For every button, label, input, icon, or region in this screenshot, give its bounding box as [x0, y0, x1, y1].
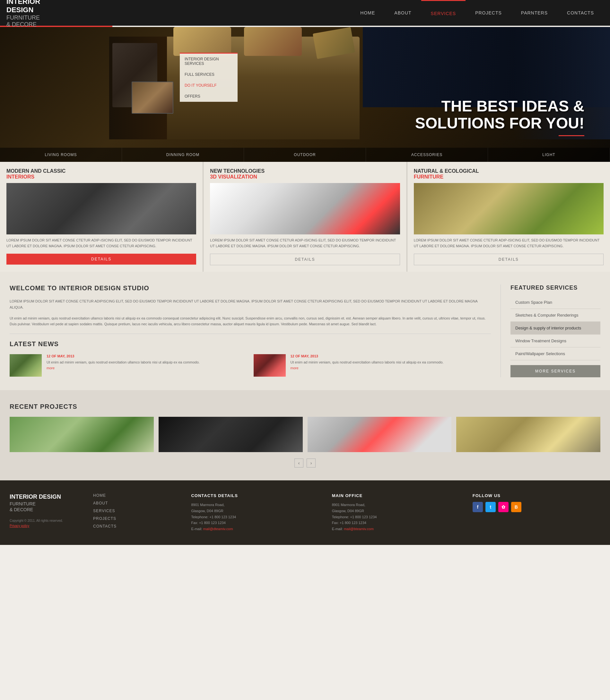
- news-item-2: 12 OF MAY, 2013 Ut enim ad minim veniam,…: [254, 354, 491, 377]
- footer-contacts-email: E-mail: mail@dteamiv.com: [191, 526, 319, 532]
- news-section: LATEST NEWS 12 OF MAY, 2013 Ut enim ad m…: [10, 340, 491, 377]
- projects-prev-btn[interactable]: ‹: [294, 459, 303, 467]
- footer-main-fax: Fax: +1 800 123 1234: [332, 520, 460, 526]
- social-twitter[interactable]: t: [485, 502, 496, 512]
- nav-contacts[interactable]: CONTACTS: [557, 0, 604, 26]
- feature-card-modern-title: MODERN AND CLASSIC INTERIORS: [6, 168, 196, 180]
- service-sketches[interactable]: Sketches & Computer Renderings: [511, 309, 600, 322]
- nav-home[interactable]: HOME: [351, 0, 385, 26]
- feature-card-natural-btn[interactable]: DETAILS: [414, 254, 604, 265]
- service-paint[interactable]: Paint/Wallpaper Selections: [511, 347, 600, 360]
- footer: INTERIOR DESIGN FURNITURE & DECORE Copyr…: [0, 480, 610, 545]
- dropdown-offers[interactable]: OFFERS: [180, 91, 238, 102]
- content-left: WELCOME TO INTERIOR DESIGN STUDIO LOREM …: [0, 285, 501, 377]
- feature-img-natural: [414, 183, 604, 234]
- footer-nav-services[interactable]: SERVICES: [93, 509, 178, 513]
- footer-main-tel: Telephone: +1 800 123 1234: [332, 514, 460, 520]
- social-flickr[interactable]: ✿: [498, 502, 509, 512]
- footer-follow-title: FOLLOW US: [472, 493, 600, 498]
- footer-nav-projects[interactable]: PROJECTS: [93, 516, 178, 521]
- welcome-title: WELCOME TO INTERIOR DESIGN STUDIO: [10, 285, 491, 292]
- feature-img-tech: [210, 183, 400, 234]
- category-accessories[interactable]: ACCESSORIES: [366, 148, 488, 162]
- news-more-2[interactable]: more: [291, 366, 299, 370]
- feature-card-tech-body: LOREM IPSUM DOLOR SIT AMET CONSE CTETUR …: [210, 238, 400, 249]
- category-dining[interactable]: DINNING ROOM: [122, 148, 244, 162]
- footer-nav-about[interactable]: ABOUT: [93, 501, 178, 505]
- social-blogger[interactable]: B: [511, 502, 521, 512]
- feature-card-tech: NEW TECHNOLOGIES 3D VISUALIZATION LOREM …: [204, 162, 407, 272]
- social-icons: f t ✿ B: [472, 502, 600, 512]
- news-more-1[interactable]: more: [47, 366, 54, 370]
- hero-underline: [559, 135, 584, 136]
- project-img-3[interactable]: [308, 417, 452, 452]
- service-window[interactable]: Window Treatment Designs: [511, 335, 600, 347]
- logo[interactable]: INTERIOR DESIGN FURNITURE & DECORE: [0, 0, 109, 26]
- project-img-1[interactable]: [10, 417, 154, 452]
- feature-card-modern: MODERN AND CLASSIC INTERIORS LOREM IPSUM…: [0, 162, 204, 272]
- nav-partners[interactable]: PARNTERS: [511, 0, 557, 26]
- dropdown-diy[interactable]: DO IT YOURSELF: [180, 80, 238, 91]
- feature-card-tech-title: NEW TECHNOLOGIES 3D VISUALIZATION: [210, 168, 400, 180]
- footer-main-city: Glasgow, D04 89GR: [332, 508, 460, 514]
- news-date-2: 12 OF MAY, 2013: [291, 354, 444, 358]
- project-img-4[interactable]: [456, 417, 600, 452]
- footer-main-addr: 8901 Marmora Road,: [332, 502, 460, 508]
- service-design-supply[interactable]: Design & supply of interior products: [511, 322, 600, 335]
- welcome-para2: Ut enim ad minim veniam, quis nostrud ex…: [10, 315, 491, 327]
- footer-logo-line2: DESIGN: [39, 494, 61, 500]
- hero-headline: THE BEST IDEAS & SOLUTIONS FOR YOU!: [415, 98, 584, 136]
- nav-about[interactable]: ABOUT: [385, 0, 421, 26]
- feature-card-tech-btn[interactable]: DETAILS: [210, 254, 400, 265]
- feature-card-modern-body: LOREM IPSUM DOLOR SIT AMET CONSE CTETUR …: [6, 238, 196, 249]
- footer-nav-home[interactable]: HOME: [93, 493, 178, 498]
- feature-img-natural-visual: [414, 183, 604, 234]
- logo-line2: DESIGN: [6, 6, 40, 14]
- footer-contacts-title: CONTACTS DETAILS: [191, 493, 319, 498]
- footer-logo-line1: INTERIOR: [10, 494, 37, 500]
- category-light[interactable]: LIGHT: [488, 148, 610, 162]
- category-living[interactable]: LIVING ROOMS: [0, 148, 122, 162]
- projects-next-btn[interactable]: ›: [307, 459, 316, 467]
- news-body-2: Ut enim ad minim veniam, quis nostrud ex…: [291, 360, 444, 365]
- news-img-2: [254, 354, 286, 377]
- project-img-2[interactable]: [159, 417, 303, 452]
- footer-privacy-link[interactable]: Privacy policy: [10, 524, 29, 528]
- footer-logo: INTERIOR DESIGN FURNITURE & DECORE Copyr…: [10, 493, 80, 532]
- category-bar: LIVING ROOMS DINNING ROOM OUTDOOR ACCESS…: [0, 148, 610, 162]
- main-nav: HOME ABOUT SERVICES PROJECTS PARNTERS CO…: [351, 0, 604, 26]
- nav-services[interactable]: SERVICES: [421, 0, 466, 26]
- footer-contacts-tel: Telephone: +1 800 123 1234: [191, 514, 319, 520]
- main-content-section: WELCOME TO INTERIOR DESIGN STUDIO LOREM …: [0, 272, 610, 390]
- footer-nav-contacts[interactable]: CONTACTS: [93, 524, 178, 528]
- footer-logo-text: INTERIOR DESIGN FURNITURE & DECORE: [10, 493, 80, 512]
- feature-img-modern-visual: [6, 183, 196, 234]
- service-custom-space[interactable]: Custom Space Plan: [511, 296, 600, 309]
- nav-projects[interactable]: PROJECTS: [466, 0, 511, 26]
- news-title: LATEST NEWS: [10, 340, 491, 348]
- news-date-1: 12 OF MAY, 2013: [47, 354, 200, 358]
- news-items: 12 OF MAY, 2013 Ut enim ad minim veniam,…: [10, 354, 491, 377]
- category-outdoor[interactable]: OUTDOOR: [244, 148, 366, 162]
- projects-nav: ‹ ›: [10, 459, 600, 467]
- more-services-button[interactable]: MORE SERVICES: [511, 365, 600, 377]
- footer-main-office-title: MAIN OFFICE: [332, 493, 460, 498]
- social-facebook[interactable]: f: [472, 502, 483, 512]
- footer-nav: HOME ABOUT SERVICES PROJECTS CONTACTS: [93, 493, 178, 532]
- footer-main-email-link[interactable]: mail@bteamiv.com: [344, 527, 374, 531]
- content-divider: [10, 334, 491, 334]
- footer-main-office-col: MAIN OFFICE 8901 Marmora Road, Glasgow, …: [332, 493, 460, 532]
- feature-card-modern-btn[interactable]: DETAILS: [6, 254, 196, 265]
- dropdown-full[interactable]: FULL SERVICES: [180, 69, 238, 80]
- feature-card-natural: NATURAL & ECOLOGICAL FURNITURE LOREM IPS…: [407, 162, 610, 272]
- footer-social-col: FOLLOW US f t ✿ B: [472, 493, 600, 532]
- services-list: Custom Space Plan Sketches & Computer Re…: [511, 296, 600, 360]
- footer-contacts-email-link[interactable]: mail@dteamiv.com: [203, 527, 233, 531]
- logo-line1: INTERIOR: [6, 0, 40, 6]
- dropdown-interior[interactable]: INTERIOR DESIGN SERVICES: [180, 54, 238, 69]
- projects-grid: [10, 417, 600, 452]
- footer-contacts-fax: Fax: +1 800 123 1234: [191, 520, 319, 526]
- services-dropdown: INTERIOR DESIGN SERVICES FULL SERVICES D…: [180, 53, 238, 102]
- footer-logo-line4: & DECORE: [10, 507, 80, 512]
- news-img-2-visual: [254, 354, 286, 377]
